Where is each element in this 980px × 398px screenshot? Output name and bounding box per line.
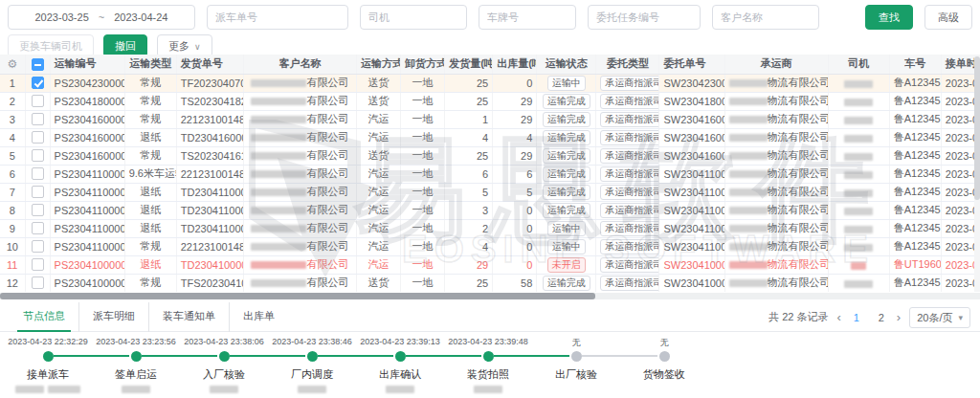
cell-transport-mode: 汽运 — [357, 255, 401, 274]
page-size-value: 20条/页 — [917, 308, 952, 327]
cell-transport-status: 未开启 — [537, 255, 596, 274]
cell-entrust-no: SW230416000008 — [659, 128, 724, 146]
cell-transport-no: PS230411000004 — [50, 183, 124, 201]
page-number[interactable]: 2 — [875, 312, 888, 323]
cell-select — [25, 237, 50, 255]
entrust-type-badge: 承运商指派司机 — [600, 276, 659, 291]
cell-driver — [828, 201, 889, 219]
next-page-icon[interactable]: › — [897, 310, 901, 324]
status-badge: 运输完成 — [543, 276, 590, 291]
redacted-text — [251, 79, 306, 87]
cell-select — [25, 110, 50, 128]
row-checkbox[interactable] — [32, 95, 44, 107]
advanced-button[interactable]: 高级 — [924, 5, 972, 30]
table-row[interactable]: 12PS230410000004常规TFS202304102203有限公司送货一… — [0, 274, 980, 292]
cell-ship-no: TFS202304102203 — [176, 274, 243, 292]
timeline-step-label: 入厂核验 — [180, 367, 268, 382]
cell-transport-mode: 送货 — [357, 74, 401, 92]
table-row[interactable]: 4PS230416000006退纸TD230416000002有限公司汽运一地4… — [0, 128, 980, 146]
row-checkbox[interactable] — [32, 204, 44, 216]
row-checkbox[interactable] — [32, 258, 44, 271]
row-checkbox[interactable] — [32, 222, 44, 234]
date-range-picker[interactable]: 2023-03-25 ~ 2023-04-24 — [8, 5, 195, 30]
redacted-text — [844, 153, 873, 161]
cell-out-qty: 29 — [493, 92, 537, 110]
tab-出库单[interactable]: 出库单 — [230, 302, 288, 332]
cell-customer-name: 有限公司 — [243, 110, 356, 128]
cell-unload-mode: 一地 — [401, 128, 445, 146]
table-row[interactable]: 8PS230411000003退纸TD230411000008有限公司汽运一地3… — [0, 201, 980, 219]
gear-icon[interactable]: ⚙ — [7, 57, 17, 71]
timeline-step-label: 装货拍照 — [444, 367, 532, 382]
table-row[interactable]: 1PS230423000002常规TF20230407001有限公司送货一地25… — [0, 74, 980, 92]
redacted-text — [210, 386, 238, 393]
table-row[interactable]: 5PS230416000004常规TS202304161109有限公司送货一地2… — [0, 146, 980, 165]
cell-transport-mode: 汽运 — [357, 201, 401, 219]
vertical-scrollbar[interactable] — [974, 55, 980, 292]
column-header: 出库量(吨) — [493, 55, 537, 74]
cell-entrust-type: 承运商指派司机 — [596, 146, 659, 165]
table-row[interactable]: 3PS230416000007常规22123100148673有限公司汽运一地1… — [0, 110, 980, 128]
prev-page-icon[interactable]: ‹ — [836, 310, 840, 324]
status-badge: 运输完成 — [543, 203, 590, 218]
row-checkbox[interactable] — [32, 131, 44, 144]
status-badge: 运输完成 — [543, 130, 590, 145]
cell-transport-mode: 汽运 — [357, 183, 401, 201]
driver-input[interactable] — [360, 5, 467, 30]
redacted-text — [844, 99, 873, 106]
cell-transport-mode: 汽运 — [357, 237, 401, 255]
horizontal-scrollbar-thumb[interactable] — [0, 293, 595, 299]
vertical-scrollbar-thumb[interactable] — [974, 56, 980, 200]
table-row[interactable]: 11PS230410000006退纸TD230410000009有限公司汽运一地… — [0, 255, 980, 274]
cell-entrust-type: 承运商指派司机 — [596, 128, 659, 146]
cell-carrier: 物流有限公司 — [724, 237, 828, 255]
cell-transport-status: 运输完成 — [537, 128, 596, 146]
redacted-text — [844, 226, 873, 233]
cell-ship-no: 22123100148676 — [176, 165, 243, 183]
page-number[interactable]: 1 — [850, 312, 863, 323]
table-row[interactable]: 6PS2304110000059.6米车运输22123100148676有限公司… — [0, 165, 980, 183]
row-checkbox[interactable] — [32, 77, 44, 89]
cell-entrust-type: 承运商指派司机 — [596, 274, 659, 292]
cell-transport-mode: 汽运 — [357, 128, 401, 146]
select-all-checkbox[interactable] — [32, 58, 44, 71]
timeline-step-dot-icon — [483, 351, 494, 362]
redacted-text — [844, 80, 873, 88]
cell-unload-mode: 一地 — [401, 183, 445, 201]
tab-节点信息[interactable]: 节点信息 — [10, 302, 79, 332]
cell-select — [25, 274, 50, 292]
redacted-text — [251, 152, 306, 160]
cell-ship-qty: 1 — [445, 110, 493, 128]
redacted-text — [251, 170, 306, 178]
row-checkbox[interactable] — [32, 113, 44, 125]
tab-派车明细[interactable]: 派车明细 — [79, 302, 149, 332]
row-checkbox[interactable] — [32, 186, 44, 198]
horizontal-scrollbar[interactable] — [0, 293, 980, 299]
row-checkbox[interactable] — [32, 167, 44, 180]
status-badge: 运输中 — [547, 239, 586, 254]
cell-entrust-type: 承运商指派司机 — [596, 255, 659, 274]
row-checkbox[interactable] — [32, 149, 44, 162]
plate-no-input[interactable] — [479, 5, 576, 30]
tab-装车通知单[interactable]: 装车通知单 — [149, 302, 230, 332]
cell-carrier: 物流有限公司 — [724, 219, 828, 237]
cell-plate-no: 鲁A12345 — [889, 183, 941, 201]
cell-select — [25, 74, 50, 92]
dispatch-no-input[interactable] — [207, 5, 348, 30]
timeline-step-dot-icon — [307, 351, 318, 362]
row-checkbox[interactable] — [32, 240, 44, 253]
table-row[interactable]: 2PS230418000001常规TS202304182114有限公司送货一地2… — [0, 92, 980, 110]
timeline-step: 2023-04-23 23:39:13出库确认 — [356, 337, 444, 394]
table-row[interactable]: 9PS230411000002退纸TD230411000007有限公司汽运一地2… — [0, 219, 980, 237]
entrust-task-no-input[interactable] — [588, 5, 701, 30]
search-button[interactable]: 查找 — [865, 5, 913, 30]
cell-transport-status: 运输完成 — [537, 165, 596, 183]
timeline-step: 2023-04-23 23:39:48装货拍照 — [444, 337, 532, 394]
customer-name-input[interactable] — [712, 5, 819, 30]
timeline-step: 2023-04-23 23:38:46厂内调度 — [268, 337, 356, 394]
select-all-column-header — [25, 55, 50, 74]
table-row[interactable]: 7PS230411000004退纸TD230411000009有限公司汽运一地5… — [0, 183, 980, 201]
page-size-select[interactable]: 20条/页 ▾ — [909, 307, 970, 328]
table-row[interactable]: 10PS230411000001常规22123100148677有限公司汽运一地… — [0, 237, 980, 255]
row-checkbox[interactable] — [32, 276, 44, 289]
